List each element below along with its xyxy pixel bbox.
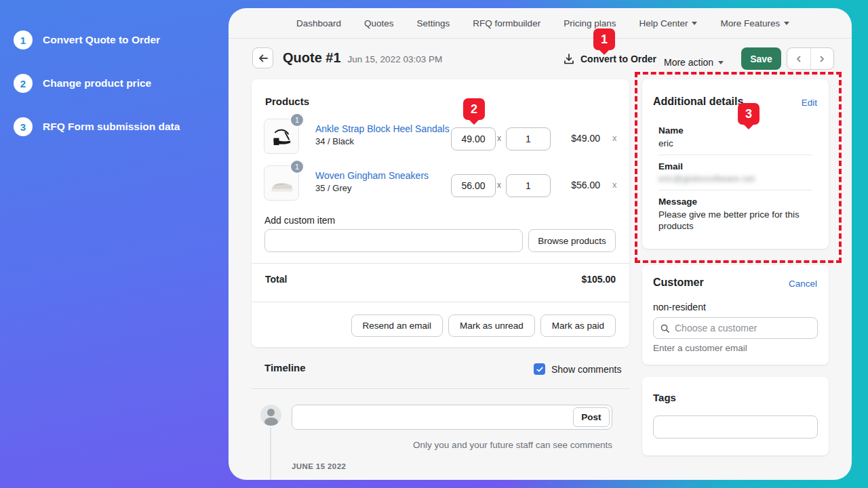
import-tray-icon (563, 53, 575, 65)
customer-card: Customer Cancel non-resident Enter a cus… (642, 265, 829, 365)
multiply-sign: x (497, 134, 501, 143)
chevron-down-icon (784, 22, 789, 25)
comment-input[interactable] (292, 405, 567, 429)
email-label: Email (658, 161, 683, 171)
sneaker-product-image (267, 169, 296, 197)
previous-quote-button[interactable] (787, 48, 811, 69)
page-title: Quote #1 (283, 50, 341, 66)
timeline-date-group: JUNE 15 2022 (292, 462, 346, 470)
mark-as-unread-button[interactable]: Mark as unread (448, 314, 535, 337)
message-value: Please give me better price for this pro… (658, 209, 808, 232)
products-card: Products 2 1 Ankle Strap Block Heel Sand… (252, 79, 629, 347)
nav-dashboard[interactable]: Dashboard (296, 18, 341, 28)
name-value: eric (658, 138, 673, 148)
arrow-left-icon (257, 52, 269, 64)
chevron-right-icon (817, 54, 827, 64)
quote-actions: Resend an email Mark as unread Mark as p… (351, 314, 616, 337)
nav-help-center[interactable]: Help Center (639, 18, 697, 28)
step-number-badge: 3 (14, 117, 33, 136)
customer-name: non-resident (653, 302, 706, 312)
tags-heading: Tags (653, 392, 676, 403)
product-link[interactable]: Woven Gingham Sneakers (315, 170, 429, 181)
nav-more-features[interactable]: More Features (720, 18, 789, 28)
cancel-link[interactable]: Cancel (789, 279, 817, 289)
quantity-input[interactable] (506, 127, 551, 150)
product-row: 1 Woven Gingham Sneakers 35 / Grey x $56… (264, 165, 620, 203)
step-number-badge: 1 (14, 30, 33, 49)
choose-customer-input[interactable] (675, 323, 811, 333)
save-button[interactable]: Save (741, 47, 781, 70)
show-comments-toggle[interactable]: Show comments (534, 363, 621, 375)
divider (252, 302, 629, 302)
back-button[interactable] (252, 47, 273, 68)
total-row: Total $105.00 (265, 274, 616, 285)
nav-help-center-label: Help Center (639, 18, 688, 28)
quantity-input[interactable] (506, 174, 551, 197)
convert-to-order-button[interactable]: Convert to Order (563, 53, 656, 65)
sandal-product-image (267, 122, 296, 150)
additional-details-card: Additional details Edit 3 Name eric Emai… (642, 79, 829, 249)
app-window: Dashboard Quotes Settings RFQ formbuilde… (229, 8, 852, 480)
comments-helper-text: Only you and your future staff can see c… (292, 440, 612, 450)
comment-box: Post (292, 405, 612, 430)
more-action-button[interactable]: More action (664, 57, 724, 68)
product-row: 1 Ankle Strap Block Heel Sandals 34 / Bl… (264, 119, 620, 157)
resend-email-button[interactable]: Resend an email (351, 314, 443, 337)
customer-search (653, 317, 818, 339)
divider (252, 263, 629, 264)
step-label: Convert Quote to Order (43, 34, 160, 46)
customer-heading: Customer (653, 277, 704, 289)
nav-more-features-label: More Features (720, 18, 780, 28)
line-quantity-badge: 1 (290, 113, 304, 127)
person-icon (264, 418, 278, 426)
walkthrough-sidebar: 1 Convert Quote to Order 2 Change produc… (0, 0, 229, 488)
quote-date: Jun 15, 2022 03:03 PM (348, 52, 443, 64)
annotation-badge-2: 2 (463, 98, 485, 120)
line-quantity-badge: 1 (290, 159, 304, 174)
price-input[interactable] (451, 174, 496, 197)
top-navigation: Dashboard Quotes Settings RFQ formbuilde… (229, 8, 852, 39)
page-header-left: Quote #1 Jun 15, 2022 03:03 PM (252, 47, 442, 68)
price-input[interactable] (451, 127, 496, 150)
nav-pricing-plans[interactable]: Pricing plans (564, 18, 616, 28)
total-label: Total (265, 274, 287, 285)
products-heading: Products (265, 96, 309, 107)
remove-line-button[interactable]: x (612, 133, 617, 143)
chevron-down-icon (718, 61, 724, 64)
product-link[interactable]: Ankle Strap Block Heel Sandals (315, 123, 450, 134)
browse-products-button[interactable]: Browse products (528, 229, 616, 252)
add-custom-item-label: Add custom item (264, 215, 335, 226)
step-label: RFQ Form submission data (43, 121, 180, 133)
message-label: Message (658, 197, 697, 207)
person-icon (267, 409, 275, 416)
mark-as-paid-button[interactable]: Mark as paid (540, 314, 616, 337)
show-comments-label: Show comments (551, 364, 621, 375)
multiply-sign: x (497, 180, 501, 190)
next-quote-button[interactable] (811, 48, 834, 69)
product-variant: 34 / Black (315, 136, 354, 146)
check-icon (536, 365, 544, 373)
tags-card: Tags (642, 377, 829, 455)
total-value: $105.00 (581, 274, 616, 285)
edit-link[interactable]: Edit (802, 98, 817, 108)
chevron-left-icon (794, 54, 804, 64)
timeline-line (270, 428, 271, 480)
nav-rfq-formbuilder[interactable]: RFQ formbuilder (473, 18, 540, 28)
tags-input[interactable] (653, 415, 818, 439)
divider (658, 155, 812, 155)
additional-details-heading: Additional details (653, 96, 743, 108)
step-label: Change product price (43, 77, 151, 89)
more-action-label: More action (664, 57, 713, 68)
nav-settings[interactable]: Settings (417, 18, 450, 28)
customer-helper-text: Enter a customer email (653, 343, 747, 353)
show-comments-checkbox[interactable] (534, 363, 545, 375)
walkthrough-step-3: 3 RFQ Form submission data (14, 117, 180, 136)
remove-line-button[interactable]: x (612, 180, 617, 190)
custom-item-input[interactable] (264, 229, 523, 252)
step-number-badge: 2 (14, 74, 33, 93)
name-label: Name (658, 125, 684, 136)
product-variant: 35 / Grey (315, 183, 351, 193)
post-button[interactable]: Post (573, 407, 610, 427)
nav-quotes[interactable]: Quotes (364, 18, 394, 28)
line-total: $49.00 (559, 133, 600, 144)
